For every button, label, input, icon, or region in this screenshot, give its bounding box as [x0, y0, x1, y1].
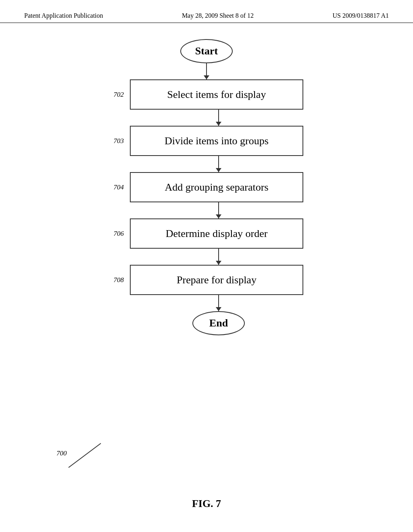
- arrow-4: [218, 202, 219, 218]
- figure-caption: FIG. 7: [192, 498, 221, 510]
- step-703-row: 703 Divide items into groups: [81, 126, 332, 156]
- box-708: Prepare for display: [130, 265, 303, 295]
- end-oval: End: [192, 311, 245, 335]
- step-704-row: 704 Add grouping separators: [81, 172, 332, 202]
- label-706: 706: [81, 230, 130, 238]
- diagram-container: Start 702 Select items for display 703 D…: [0, 23, 413, 335]
- start-oval: Start: [180, 39, 233, 63]
- arrow-5: [218, 249, 219, 265]
- end-section: End: [192, 311, 245, 335]
- ref-line-700: [65, 439, 113, 472]
- header-right: US 2009/0138817 A1: [332, 12, 389, 19]
- label-708: 708: [81, 276, 130, 284]
- box-702: Select items for display: [130, 79, 303, 110]
- step-706-row: 706 Determine display order: [81, 218, 332, 249]
- arrow-3: [218, 156, 219, 172]
- arrow-2: [218, 110, 219, 126]
- step-702-row: 702 Select items for display: [81, 79, 332, 110]
- label-704: 704: [81, 183, 130, 191]
- header-left: Patent Application Publication: [24, 12, 103, 19]
- label-702: 702: [81, 91, 130, 99]
- box-704: Add grouping separators: [130, 172, 303, 202]
- step-708-row: 708 Prepare for display: [81, 265, 332, 295]
- arrow-6: [218, 295, 219, 311]
- label-703: 703: [81, 137, 130, 145]
- box-703: Divide items into groups: [130, 126, 303, 156]
- header-center: May 28, 2009 Sheet 8 of 12: [182, 12, 254, 19]
- start-section: Start: [180, 39, 233, 63]
- box-706: Determine display order: [130, 218, 303, 249]
- page-header: Patent Application Publication May 28, 2…: [0, 0, 413, 23]
- arrow-1: [206, 63, 207, 79]
- svg-line-0: [69, 443, 101, 468]
